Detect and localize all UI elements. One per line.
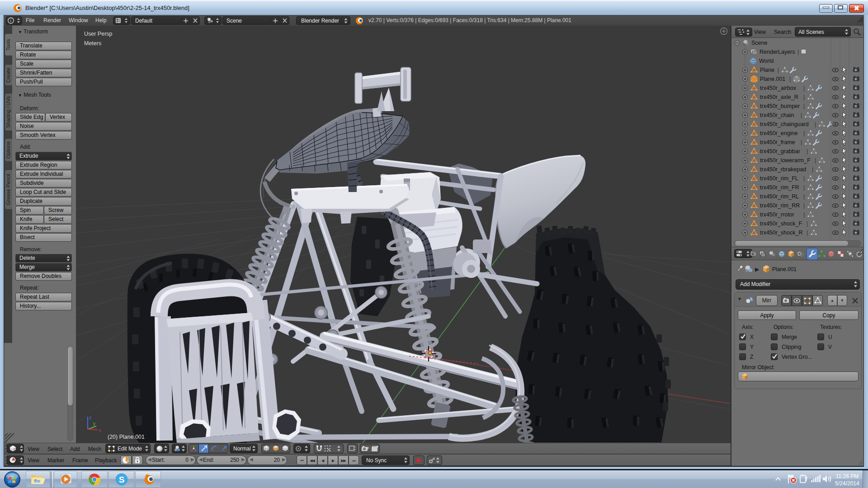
svg-text:y: y — [93, 421, 95, 426]
svg-text:|: | — [807, 230, 808, 236]
svg-text:RenderLayers: RenderLayers — [760, 49, 795, 55]
svg-text:trx450r_frame: trx450r_frame — [760, 139, 795, 145]
svg-text:Plane.001: Plane.001 — [760, 76, 785, 82]
svg-text:i: i — [10, 18, 12, 23]
svg-text:trx450r_shock_R: trx450r_shock_R — [760, 230, 803, 236]
svg-text:|: | — [807, 221, 808, 227]
svg-text:trx450r_engine: trx450r_engine — [760, 130, 797, 136]
svg-text:|: | — [803, 211, 805, 218]
svg-text:|: | — [803, 193, 805, 200]
svg-text:x: x — [99, 428, 101, 433]
svg-text:|: | — [803, 184, 805, 191]
svg-text:|: | — [803, 103, 805, 109]
svg-text:trx450r_chain: trx450r_chain — [760, 112, 794, 118]
svg-text:|: | — [812, 166, 813, 173]
svg-text:trx450r_rim_RL: trx450r_rim_RL — [760, 193, 799, 200]
svg-text:Plane: Plane — [760, 67, 774, 73]
svg-text:|: | — [801, 112, 802, 118]
svg-text:|: | — [789, 76, 791, 82]
svg-text:|: | — [803, 202, 805, 209]
svg-text:trx450r_rim_FR: trx450r_rim_FR — [760, 184, 799, 191]
svg-text:User Persp: User Persp — [84, 31, 113, 37]
svg-text:|: | — [815, 121, 816, 127]
svg-text:trx450r_shock_F: trx450r_shock_F — [760, 221, 802, 227]
svg-text:trx450r_airbox: trx450r_airbox — [760, 85, 797, 91]
svg-text:|: | — [797, 49, 799, 55]
svg-text:trx450r_rim_RR: trx450r_rim_RR — [760, 202, 800, 209]
svg-text:Meters: Meters — [84, 40, 101, 47]
svg-text:|: | — [778, 67, 779, 73]
svg-text:|: | — [807, 148, 808, 155]
svg-text:|: | — [803, 85, 805, 91]
svg-text:trx450r_rrotor: trx450r_rrotor — [760, 211, 794, 218]
svg-text:World: World — [759, 58, 774, 64]
svg-text:trx450r_lowerarm_F: trx450r_lowerarm_F — [760, 157, 811, 164]
svg-text:|: | — [801, 139, 802, 145]
svg-text:Scene: Scene — [751, 40, 767, 46]
svg-text:|: | — [803, 94, 805, 100]
svg-text:|: | — [803, 175, 805, 182]
svg-text:trx450r_chainguard: trx450r_chainguard — [760, 121, 809, 127]
svg-text:S: S — [119, 475, 125, 484]
svg-text:z: z — [89, 415, 91, 420]
svg-text:trx450r_axle_R: trx450r_axle_R — [760, 94, 798, 100]
svg-text:trx450r_rim_FL: trx450r_rim_FL — [760, 175, 798, 182]
svg-text:(20) Plane.001: (20) Plane.001 — [108, 434, 145, 440]
svg-text:|: | — [815, 157, 816, 164]
svg-text:trx450r_bumper: trx450r_bumper — [760, 103, 800, 109]
svg-text:|: | — [803, 130, 805, 136]
svg-text:trx450r_rbrakepad: trx450r_rbrakepad — [760, 166, 806, 173]
svg-text:trx450r_grabbar: trx450r_grabbar — [760, 148, 800, 155]
